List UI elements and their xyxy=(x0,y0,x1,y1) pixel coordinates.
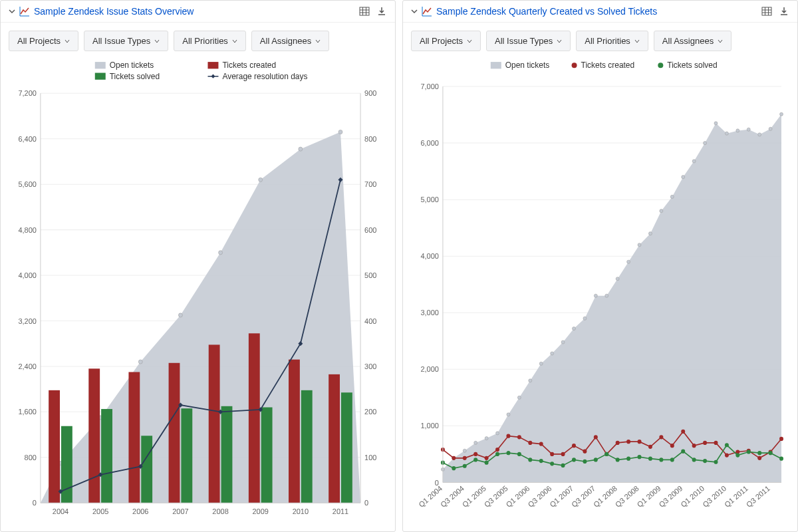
chart-icon xyxy=(19,6,30,17)
svg-point-121 xyxy=(616,277,619,281)
svg-rect-69 xyxy=(289,360,300,503)
svg-text:Q1 2009: Q1 2009 xyxy=(636,484,662,509)
filter-label: All Priorities xyxy=(182,36,228,46)
caret-down-icon xyxy=(718,39,723,44)
svg-point-173 xyxy=(485,461,489,465)
filter-issue-types[interactable]: All Issue Types xyxy=(486,31,571,51)
svg-text:Q3 2004: Q3 2004 xyxy=(439,484,466,509)
svg-text:6,400: 6,400 xyxy=(18,135,36,143)
chevron-down-icon[interactable] xyxy=(9,8,15,15)
svg-point-183 xyxy=(594,458,598,462)
svg-point-163 xyxy=(725,454,729,458)
svg-point-141 xyxy=(485,456,489,460)
svg-point-135 xyxy=(769,127,772,130)
svg-point-200 xyxy=(779,457,783,461)
filter-label: All Priorities xyxy=(585,36,630,46)
svg-text:Average resolution days: Average resolution days xyxy=(222,72,307,81)
svg-text:1,000: 1,000 xyxy=(420,422,438,430)
filter-projects[interactable]: All Projects xyxy=(411,31,481,51)
svg-point-48 xyxy=(259,178,263,182)
chevron-down-icon[interactable] xyxy=(411,8,418,15)
svg-point-161 xyxy=(703,441,707,445)
svg-text:Q3 2009: Q3 2009 xyxy=(658,484,684,509)
filter-projects[interactable]: All Projects xyxy=(9,31,78,51)
svg-point-188 xyxy=(648,457,652,461)
svg-rect-58 xyxy=(141,436,152,503)
svg-rect-52 xyxy=(61,426,72,503)
svg-text:1,600: 1,600 xyxy=(18,408,36,416)
svg-point-195 xyxy=(725,443,729,447)
svg-text:Q3 2007: Q3 2007 xyxy=(570,484,597,509)
svg-point-134 xyxy=(758,133,761,136)
svg-text:Q1 2005: Q1 2005 xyxy=(461,484,487,509)
svg-point-199 xyxy=(769,451,773,455)
svg-rect-54 xyxy=(88,368,100,503)
svg-point-181 xyxy=(572,458,576,462)
svg-point-128 xyxy=(692,160,696,163)
svg-point-166 xyxy=(757,456,761,460)
filter-issue-types[interactable]: All Issue Types xyxy=(84,31,168,51)
svg-point-176 xyxy=(517,452,521,456)
svg-point-160 xyxy=(692,444,696,448)
panel-header: Sample Zendesk Quarterly Created vs Solv… xyxy=(403,1,797,23)
filter-label: All Assignees xyxy=(260,36,311,46)
svg-point-178 xyxy=(539,459,543,463)
filter-assignees[interactable]: All Assignees xyxy=(251,31,329,51)
svg-rect-66 xyxy=(249,333,260,503)
svg-text:3,000: 3,000 xyxy=(420,309,438,317)
filter-row: All Projects All Issue Types All Priorit… xyxy=(403,23,797,59)
svg-text:2011: 2011 xyxy=(332,507,348,515)
table-view-icon[interactable] xyxy=(359,6,370,17)
caret-down-icon xyxy=(467,39,472,44)
svg-text:Tickets solved: Tickets solved xyxy=(110,72,160,81)
filter-priorities[interactable]: All Priorities xyxy=(576,31,648,51)
svg-point-159 xyxy=(681,430,685,434)
svg-point-142 xyxy=(495,448,499,452)
svg-text:Q3 2006: Q3 2006 xyxy=(527,484,553,509)
svg-rect-57 xyxy=(128,372,140,503)
svg-text:Tickets created: Tickets created xyxy=(222,61,276,70)
table-view-icon[interactable] xyxy=(761,6,772,17)
svg-rect-51 xyxy=(49,390,60,503)
panel-actions xyxy=(359,6,387,17)
download-icon[interactable] xyxy=(376,6,387,17)
svg-text:800: 800 xyxy=(25,454,37,462)
svg-point-110 xyxy=(496,432,499,435)
svg-point-133 xyxy=(747,128,750,131)
svg-point-125 xyxy=(660,209,663,213)
svg-point-115 xyxy=(551,352,554,355)
svg-point-114 xyxy=(539,362,543,365)
svg-point-149 xyxy=(572,444,576,448)
svg-text:0: 0 xyxy=(364,499,368,507)
svg-point-196 xyxy=(735,454,739,458)
svg-text:Q1 2010: Q1 2010 xyxy=(679,484,706,509)
svg-point-193 xyxy=(703,459,707,463)
download-icon[interactable] xyxy=(779,6,789,17)
svg-point-116 xyxy=(561,340,565,344)
svg-point-194 xyxy=(714,460,718,464)
svg-point-136 xyxy=(780,112,783,116)
svg-text:Open tickets: Open tickets xyxy=(505,61,549,70)
svg-point-155 xyxy=(638,440,642,444)
svg-point-113 xyxy=(529,379,532,382)
caret-down-icon xyxy=(315,39,321,44)
filter-label: All Issue Types xyxy=(92,36,150,46)
svg-text:5,000: 5,000 xyxy=(420,196,438,203)
filter-priorities[interactable]: All Priorities xyxy=(174,31,246,51)
svg-point-132 xyxy=(736,129,739,132)
svg-point-182 xyxy=(583,460,587,464)
svg-text:Q3 2010: Q3 2010 xyxy=(701,484,728,509)
filter-assignees[interactable]: All Assignees xyxy=(654,31,732,51)
panel-title: Sample Zendesk Issue Stats Overview xyxy=(34,6,359,17)
svg-text:7,000: 7,000 xyxy=(420,82,438,90)
svg-text:3,200: 3,200 xyxy=(18,317,36,325)
svg-point-127 xyxy=(682,176,685,179)
svg-text:700: 700 xyxy=(364,180,376,188)
svg-rect-63 xyxy=(209,344,220,503)
svg-point-140 xyxy=(473,452,477,456)
svg-rect-72 xyxy=(329,374,340,503)
svg-text:900: 900 xyxy=(364,89,376,97)
svg-text:Open tickets: Open tickets xyxy=(110,61,154,70)
svg-rect-64 xyxy=(221,406,233,503)
svg-text:5,600: 5,600 xyxy=(18,180,36,188)
